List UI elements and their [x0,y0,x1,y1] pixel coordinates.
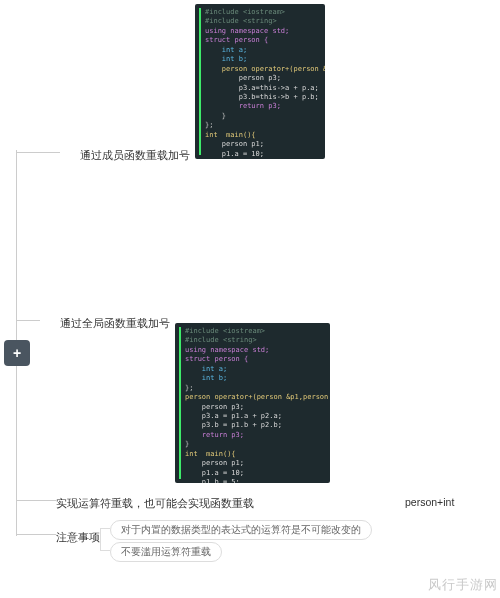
branch1-code-block: #include <iostream>#include <string>usin… [195,4,325,159]
code-line: int a; [205,46,321,55]
code-line: }; [185,384,326,393]
code-line: p1.b = 5; [185,478,326,483]
code-line: p1.a = 10; [205,150,321,159]
code-line: person p3; [185,403,326,412]
branch4-note-a: 对于内置的数据类型的表达式的运算符是不可能改变的 [110,520,372,540]
code-line: person operator+(person &p){ [205,65,321,74]
code-line: } [185,440,326,449]
code-line: int main(){ [205,131,321,140]
code-line: p3.b = p1.b + p2.b; [185,421,326,430]
connector [16,366,17,536]
code-line: #include <string> [185,336,326,345]
branch2-code-block: #include <iostream>#include <string>usin… [175,323,330,483]
code-line: #include <iostream> [205,8,321,17]
code-line: p3.a=this->a + p.a; [205,84,321,93]
code-line: person operator+(person &p1,person &p2){ [185,393,326,402]
branch3-label: 实现运算符重载，也可能会实现函数重载 [56,496,276,511]
connector [100,528,110,529]
branch2-label: 通过全局函数重载加号 [40,316,170,331]
code-line: return p3; [185,431,326,440]
code-line: }; [205,121,321,130]
code-line: p3.b=this->b + p.b; [205,93,321,102]
code-line: person p3; [205,74,321,83]
connector [100,528,101,550]
code-line: using namespace std; [185,346,326,355]
code-line: #include <iostream> [185,327,326,336]
connector [16,534,56,535]
code-line: p3.a = p1.a + p2.a; [185,412,326,421]
connector [16,150,17,340]
code-line: } [205,112,321,121]
connector [100,550,110,551]
branch4-note-b: 不要滥用运算符重载 [110,542,222,562]
code-line: person p1; [185,459,326,468]
branch1-label: 通过成员函数重载加号 [60,148,190,163]
code-line: using namespace std; [205,27,321,36]
code-line: int b; [185,374,326,383]
branch3-extra-label: person+int [405,496,495,508]
connector [16,152,60,153]
code-line: person p1; [205,140,321,149]
code-line: struct person { [185,355,326,364]
code-line: #include <string> [205,17,321,26]
code-line: int main(){ [185,450,326,459]
code-line: struct person { [205,36,321,45]
connector [16,320,40,321]
connector [16,500,56,501]
root-plus-symbol: + [13,345,21,361]
code-line: int a; [185,365,326,374]
code-line: int b; [205,55,321,64]
branch4-label: 注意事项 [56,530,100,545]
watermark-text: 风行手游网 [428,576,498,594]
code-line: p1.a = 10; [185,469,326,478]
root-plus-node[interactable]: + [4,340,30,366]
code-line: return p3; [205,102,321,111]
